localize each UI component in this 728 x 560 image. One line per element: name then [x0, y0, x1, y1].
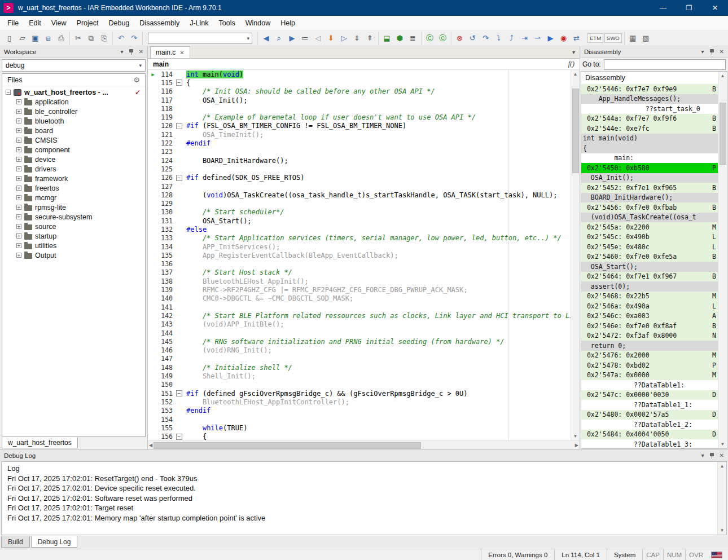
expand-icon[interactable]: + [16, 99, 21, 104]
disassembly-row[interactable]: 0x2'545e: 0x480cL [581, 242, 718, 252]
expand-icon[interactable]: + [16, 109, 21, 114]
workspace-tab[interactable]: w_uart_host_freertos [2, 437, 78, 448]
disassembly-row[interactable]: ??DataTable1_1: [581, 400, 718, 410]
code-line[interactable]: ▶145 /* RNG software initialization and … [148, 337, 571, 346]
scroll-up-icon[interactable]: ▲ [572, 70, 579, 78]
print-icon[interactable]: ⎙ [55, 32, 68, 45]
code-line[interactable]: ▶122#endif [148, 139, 571, 147]
disassembly-vscrollbar[interactable]: ▲ ▼ [718, 72, 727, 448]
expand-icon[interactable]: + [16, 253, 21, 258]
menu-window[interactable]: Window [240, 16, 275, 30]
prev-error-icon[interactable]: ⇞ [363, 32, 376, 45]
chevron-down-icon[interactable]: ▾ [247, 36, 249, 41]
disassembly-row[interactable]: assert(0); [581, 281, 718, 292]
step-into-icon[interactable]: ⤵ [492, 32, 505, 45]
expand-icon[interactable]: + [16, 233, 21, 239]
fold-marker-icon[interactable] [175, 123, 183, 129]
disassembly-row[interactable]: 0x2'5468: 0x22b5M [581, 292, 718, 302]
tree-item-framework[interactable]: +framework [2, 174, 145, 183]
close-icon[interactable]: ✕ [179, 50, 184, 56]
close-button[interactable]: ✕ [702, 0, 728, 16]
code-line[interactable]: ▶155 while(TRUE) [148, 424, 571, 432]
disassembly-row[interactable]: main: [581, 153, 718, 164]
code-line[interactable]: ▶150 [148, 381, 571, 389]
paste-icon[interactable]: ⎘ [98, 32, 111, 45]
disassembly-row[interactable]: 0x2'546e: 0xf7e0 0xf8afB [581, 321, 718, 331]
chevron-down-icon[interactable]: ▾ [701, 452, 704, 458]
disassembly-row[interactable]: 0x2'547c: 0x0000'0030D [581, 390, 718, 400]
expand-icon[interactable]: + [16, 195, 21, 200]
batch-build-icon[interactable]: ≣ [406, 32, 419, 45]
next-statement-icon[interactable]: ⇥ [518, 32, 531, 45]
disassembly-row[interactable]: 0x2'5472: 0xf3af 0x8000N [581, 331, 718, 341]
maximize-button[interactable]: ❐ [676, 0, 702, 16]
tab-list-icon[interactable]: ▾ [572, 49, 575, 55]
search-icon[interactable]: ⌕ [273, 32, 286, 45]
tree-item-component[interactable]: +component [2, 145, 145, 155]
nav-forward-icon[interactable]: ▶ [286, 32, 299, 45]
toolbar-search-combo[interactable]: ▾ [148, 33, 252, 44]
code-line[interactable]: ▶129 [148, 199, 571, 208]
make-icon[interactable]: ⬓ [380, 32, 393, 45]
tab-main-c[interactable]: main.c ✕ [150, 46, 190, 58]
close-icon[interactable]: ✕ [720, 452, 724, 458]
expand-icon[interactable]: + [16, 157, 21, 162]
code-line[interactable]: ▶123 [148, 148, 571, 156]
code-line[interactable]: ▶118 [148, 104, 571, 113]
code-line[interactable]: ▶147 [148, 355, 571, 363]
disassembly-row[interactable]: 0x2'5480: 0x0002'57a5D [581, 410, 718, 420]
disassembly-row[interactable]: 0x2'544a: 0xf7e7 0xf9f6B [581, 114, 718, 124]
code-line[interactable]: ▶124 BOARD_InitHardware(); [148, 156, 571, 165]
us-flag-icon[interactable] [711, 552, 722, 558]
pin-icon[interactable] [709, 452, 715, 459]
open-file-icon[interactable]: ▱ [16, 32, 29, 45]
trace-icon[interactable]: ▦ [626, 32, 639, 45]
disassembly-row[interactable]: 0x2'5460: 0xf7e0 0xfe5aB [581, 252, 718, 262]
minimize-button[interactable]: — [650, 0, 676, 16]
code-line[interactable]: ▶128 (void)OSA_TaskCreate((osa_task_hand… [148, 191, 571, 199]
code-line[interactable]: ▶131 OSA_Start(); [148, 217, 571, 225]
scroll-left-icon[interactable]: ◀ [148, 441, 154, 449]
scroll-up-icon[interactable]: ▲ [719, 462, 726, 470]
scroll-down-icon[interactable]: ▼ [719, 526, 726, 535]
tree-item-drivers[interactable]: +drivers [2, 164, 145, 174]
disassembly-row[interactable]: 0x2'5456: 0xf7e0 0xfbabB [581, 202, 718, 213]
code-line[interactable]: ▶132#else [148, 225, 571, 233]
disassembly-row[interactable]: 0x2'5478: 0xbd02P [581, 360, 718, 371]
collapse-icon[interactable]: − [6, 90, 11, 95]
nav-back-icon[interactable]: ◀ [260, 32, 273, 45]
toggle-bookmark-icon[interactable]: ⬇ [324, 32, 337, 45]
code-line[interactable]: ▶130 /* Start scheduler*/ [148, 208, 571, 217]
chevron-down-icon[interactable]: ▾ [121, 48, 124, 55]
code-line[interactable]: ▶136 [148, 260, 571, 268]
scrollbar-thumb[interactable] [154, 442, 421, 449]
toggle-source-icon[interactable]: ⇄ [570, 32, 583, 45]
swo-button[interactable]: SWO [604, 33, 622, 43]
disassembly-row[interactable]: { [581, 143, 718, 153]
tree-item-ble_controller[interactable]: +ble_controller [2, 107, 145, 116]
gear-icon[interactable]: ⚙ [133, 76, 140, 84]
tree-project-row[interactable]: −w_uart_host_freertos - ...✓ [2, 87, 145, 97]
code-line[interactable]: ▶135 App_RegisterEventCallback(BleApp_Ev… [148, 251, 571, 259]
next-bookmark-icon[interactable]: ▷ [337, 32, 350, 45]
code-line[interactable]: ▶139 RFMC->RF2P4GHZ_CFG |= RFMC_RF2P4GHZ… [148, 285, 571, 294]
code-line[interactable]: ▶133 /* Start Application services (time… [148, 234, 571, 242]
code-line[interactable]: ▶140 CMC0->DBGCTL &= ~CMC_DBGCTL_SOD_MAS… [148, 294, 571, 303]
disassembly-row[interactable]: 0x2'5450: 0xb580P [581, 163, 718, 173]
editor-vscrollbar[interactable]: ▲ ▼ [571, 70, 580, 440]
reset-icon[interactable]: ↺ [466, 32, 479, 45]
menu-tools[interactable]: Tools [214, 16, 240, 30]
code-line[interactable]: ▶143 (void)APP_InitBle(); [148, 320, 571, 329]
code-line[interactable]: ▶137 /* Start Host stack */ [148, 268, 571, 277]
expand-icon[interactable]: + [16, 224, 21, 229]
code-line[interactable]: ▶144 [148, 329, 571, 337]
expand-icon[interactable]: + [16, 128, 21, 133]
menu-debug[interactable]: Debug [103, 16, 134, 30]
fold-marker-icon[interactable] [175, 434, 183, 440]
code-line[interactable]: ▶141 [148, 303, 571, 311]
disassembly-row[interactable]: ??DataTable1_2: [581, 420, 718, 430]
next-error-icon[interactable]: ⇟ [350, 32, 363, 45]
stop-debug-icon[interactable]: ⊗ [453, 32, 466, 45]
disassembly-row[interactable]: 0x2'5476: 0x2000M [581, 351, 718, 361]
chevron-down-icon[interactable]: ▾ [701, 48, 704, 55]
